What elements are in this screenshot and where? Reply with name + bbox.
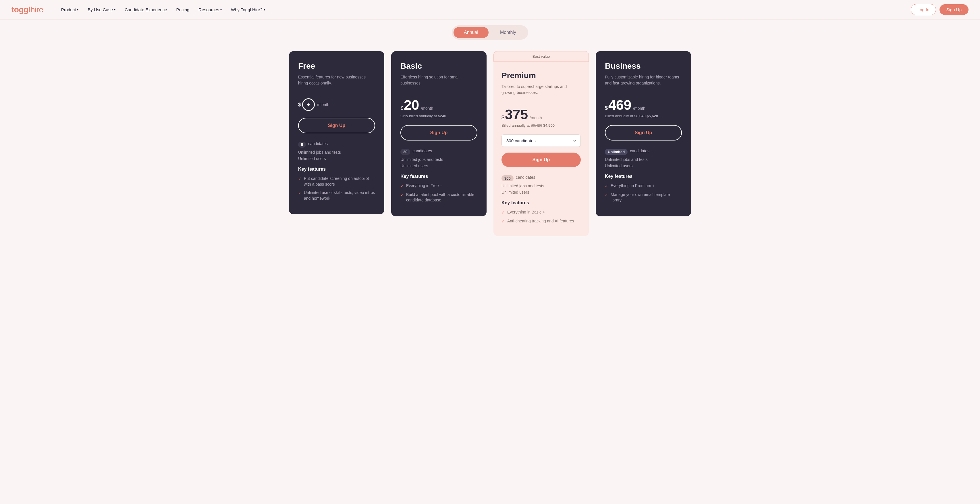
free-key-features-title: Key features — [298, 167, 375, 172]
basic-plan-name: Basic — [400, 62, 477, 71]
basic-plan-desc: Effortless hiring solution for small bus… — [400, 74, 477, 91]
basic-check2: ✓ Build a talent pool with a customizabl… — [400, 192, 477, 203]
basic-feature2: Unlimited users — [400, 164, 477, 168]
free-plan-name: Free — [298, 62, 375, 71]
premium-price-note: Billed annually at $6,420 $4,500 — [501, 123, 581, 128]
nav-actions: Log In Sign Up — [911, 4, 969, 15]
check-icon: ✓ — [400, 183, 404, 189]
basic-price-period: /month — [421, 106, 433, 111]
business-key-features-title: Key features — [605, 174, 682, 179]
pricing-grid: Free Essential features for new business… — [289, 51, 691, 236]
nav-item-by-use-case[interactable]: By Use Case ▾ — [84, 5, 119, 14]
chevron-down-icon: ▾ — [114, 8, 116, 11]
free-dollar-sign: $ — [298, 102, 301, 108]
navigation: toggl hire Product ▾ By Use Case ▾ Candi… — [0, 0, 980, 19]
business-candidates-label: candidates — [630, 148, 649, 153]
business-plan-name: Business — [605, 62, 682, 71]
business-check2: ✓ Manage your own email template library — [605, 192, 682, 203]
free-check2: ✓ Unlimited use of skills tests, video i… — [298, 190, 375, 201]
business-candidates-badge: Unlimited — [605, 149, 628, 155]
best-value-badge: Best value — [493, 51, 589, 62]
check-icon: ✓ — [400, 192, 404, 198]
business-price-period: /month — [633, 106, 645, 111]
basic-key-features-title: Key features — [400, 174, 477, 179]
business-feature2: Unlimited users — [605, 164, 682, 168]
main-content: Annual Monthly Free Essential features f… — [0, 19, 980, 254]
free-price-row: $ /month — [298, 98, 375, 111]
check-icon: ✓ — [605, 192, 608, 198]
basic-price-note: Only billed annually at $240 — [400, 114, 477, 118]
monthly-toggle-button[interactable]: Monthly — [490, 27, 527, 38]
nav-item-resources[interactable]: Resources ▾ — [194, 5, 226, 14]
free-feature1: Unlimited jobs and tests — [298, 150, 375, 155]
business-dollar-sign: $ — [605, 105, 608, 111]
signup-nav-button[interactable]: Sign Up — [940, 4, 969, 15]
basic-price-amount: 20 — [404, 98, 419, 112]
logo-toggl: toggl — [11, 5, 30, 14]
basic-candidates-label: candidates — [412, 148, 432, 153]
basic-price-row: $ 20 /month — [400, 98, 477, 112]
candidate-count-select[interactable]: 300 candidates 100 candidates 200 candid… — [501, 134, 581, 147]
logo[interactable]: toggl hire — [11, 5, 43, 14]
business-plan-card: Business Fully customizable hiring for b… — [596, 51, 691, 216]
premium-price-row: $ 375 /month — [501, 108, 581, 121]
login-button[interactable]: Log In — [911, 4, 936, 15]
premium-price-period: /month — [530, 115, 542, 120]
premium-feature2: Unlimited users — [501, 190, 581, 195]
logo-hire: hire — [30, 5, 43, 14]
nav-links: Product ▾ By Use Case ▾ Candidate Experi… — [57, 5, 911, 14]
free-feature2: Unlimited users — [298, 156, 375, 161]
free-plan-card: Free Essential features for new business… — [289, 51, 384, 214]
premium-check1: ✓ Everything in Basic + — [501, 209, 581, 215]
business-price-note: Billed annually at $8,040 $5,628 — [605, 114, 682, 118]
business-check1: ✓ Everything in Premium + — [605, 183, 682, 189]
free-candidates-label: candidates — [308, 141, 328, 146]
premium-signup-button[interactable]: Sign Up — [501, 153, 581, 167]
check-icon: ✓ — [298, 176, 302, 182]
basic-feature1: Unlimited jobs and tests — [400, 157, 477, 162]
free-check1: ✓ Put candidate screening on autopilot w… — [298, 176, 375, 187]
premium-key-features-title: Key features — [501, 200, 581, 206]
basic-dollar-sign: $ — [400, 105, 403, 111]
premium-plan-name: Premium — [501, 71, 581, 80]
chevron-down-icon: ▾ — [264, 8, 265, 11]
check-icon: ✓ — [501, 219, 505, 225]
premium-candidates-label: candidates — [516, 175, 535, 180]
annual-toggle-button[interactable]: Annual — [453, 27, 488, 38]
free-price-icon — [302, 98, 315, 111]
nav-item-pricing[interactable]: Pricing — [172, 5, 193, 14]
check-icon: ✓ — [605, 183, 608, 189]
premium-plan-card: Best value Premium Tailored to superchar… — [493, 51, 589, 236]
free-signup-button[interactable]: Sign Up — [298, 118, 375, 133]
premium-check2: ✓ Anti-cheating tracking and AI features — [501, 219, 581, 225]
premium-feature1: Unlimited jobs and tests — [501, 183, 581, 188]
business-plan-desc: Fully customizable hiring for bigger tea… — [605, 74, 682, 91]
billing-toggle: Annual Monthly — [452, 25, 528, 40]
premium-dollar-sign: $ — [501, 115, 504, 121]
basic-check1: ✓ Everything in Free + — [400, 183, 477, 189]
business-feature1: Unlimited jobs and tests — [605, 157, 682, 162]
basic-candidates-badge: 20 — [400, 149, 410, 155]
nav-item-product[interactable]: Product ▾ — [57, 5, 83, 14]
basic-signup-button[interactable]: Sign Up — [400, 125, 477, 140]
basic-plan-card: Basic Effortless hiring solution for sma… — [391, 51, 487, 216]
premium-price-amount: 375 — [505, 108, 528, 121]
premium-plan-desc: Tailored to supercharge startups and gro… — [501, 84, 581, 101]
check-icon: ✓ — [501, 210, 505, 215]
free-candidates-badge: 5 — [298, 142, 306, 148]
free-plan-desc: Essential features for new businesses hi… — [298, 74, 375, 91]
business-price-amount: 469 — [608, 98, 631, 112]
basic-candidates-row: 20 candidates — [400, 148, 477, 155]
free-candidates-row: 5 candidates — [298, 141, 375, 148]
nav-item-candidate-experience[interactable]: Candidate Experience — [121, 5, 171, 14]
free-price-period: /month — [317, 102, 329, 107]
premium-candidates-row: 300 candidates — [501, 175, 581, 181]
business-signup-button[interactable]: Sign Up — [605, 125, 682, 140]
nav-item-why-toggl[interactable]: Why Toggl Hire? ▾ — [227, 5, 269, 14]
chevron-down-icon: ▾ — [220, 8, 222, 11]
billing-toggle-wrap: Annual Monthly — [11, 25, 969, 40]
chevron-down-icon: ▾ — [77, 8, 78, 11]
check-icon: ✓ — [298, 190, 302, 196]
business-candidates-row: Unlimited candidates — [605, 148, 682, 155]
premium-candidates-badge: 300 — [501, 175, 514, 181]
